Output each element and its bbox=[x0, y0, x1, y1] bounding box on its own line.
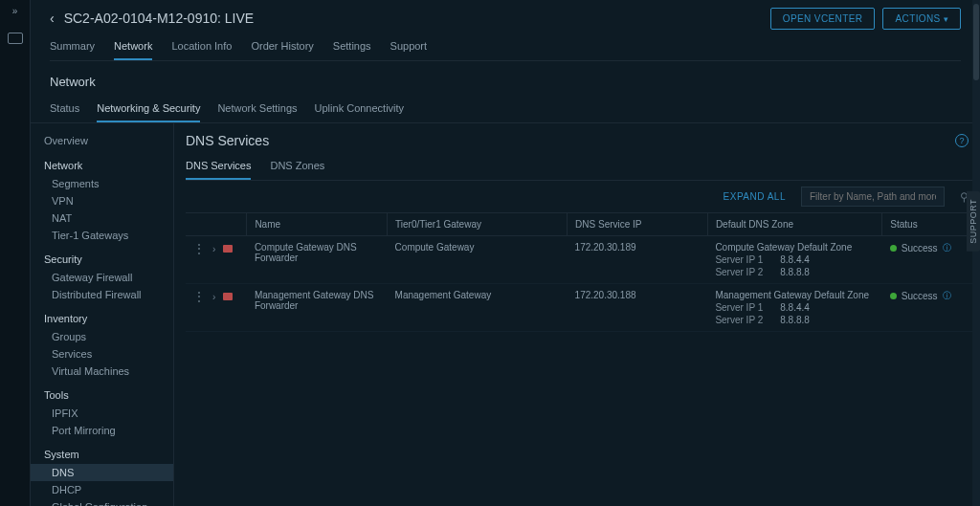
col-controls bbox=[186, 213, 247, 236]
sidebar-heading-network: Network bbox=[31, 156, 173, 175]
tab-order-history[interactable]: Order History bbox=[251, 34, 313, 60]
status-badge: Success ⓘ bbox=[890, 242, 970, 254]
inner-tabs: DNS Services DNS Zones bbox=[186, 154, 978, 181]
status-text: Success bbox=[902, 243, 938, 253]
zone-name: Compute Gateway Default Zone bbox=[715, 242, 874, 253]
filter-input[interactable] bbox=[801, 187, 945, 207]
page-title: SC2-A02-0104-M12-0910: LIVE bbox=[64, 11, 254, 26]
row-expand-icon[interactable]: › bbox=[212, 292, 215, 302]
sidebar-heading-inventory: Inventory bbox=[31, 309, 173, 328]
col-default-zone[interactable]: Default DNS Zone bbox=[707, 213, 881, 236]
server-ip-1-value: 8.8.4.4 bbox=[780, 302, 810, 313]
row-menu-icon[interactable]: ⋮ bbox=[193, 290, 205, 303]
cell-zone: Compute Gateway Default Zone Server IP 1… bbox=[707, 236, 881, 284]
col-gateway[interactable]: Tier0/Tier1 Gateway bbox=[388, 213, 568, 236]
sidebar-overview[interactable]: Overview bbox=[31, 131, 173, 150]
sub-tabs: Status Networking & Security Network Set… bbox=[50, 97, 961, 122]
sidebar-heading-system: System bbox=[31, 445, 173, 464]
sidebar-item-services[interactable]: Services bbox=[31, 345, 173, 363]
tab-summary[interactable]: Summary bbox=[50, 34, 95, 60]
cell-name: Compute Gateway DNS Forwarder bbox=[247, 236, 388, 284]
subtab-status[interactable]: Status bbox=[50, 97, 79, 122]
sidebar-item-segments[interactable]: Segments bbox=[31, 175, 173, 192]
innertab-dns-services[interactable]: DNS Services bbox=[186, 154, 251, 180]
col-name[interactable]: Name bbox=[247, 213, 388, 236]
sidebar-item-port-mirroring[interactable]: Port Mirroring bbox=[31, 422, 173, 439]
help-icon[interactable]: ? bbox=[955, 134, 969, 147]
col-status[interactable]: Status bbox=[882, 213, 978, 236]
expand-all-link[interactable]: EXPAND ALL bbox=[724, 191, 786, 202]
scrollbar-thumb[interactable] bbox=[973, 4, 979, 80]
innertab-dns-zones[interactable]: DNS Zones bbox=[270, 154, 324, 180]
support-tab[interactable]: SUPPORT bbox=[967, 191, 980, 252]
sidebar-item-gateway-firewall[interactable]: Gateway Firewall bbox=[31, 269, 173, 286]
cell-name: Management Gateway DNS Forwarder bbox=[247, 284, 388, 332]
sidebar-heading-tools: Tools bbox=[31, 385, 173, 405]
expand-nav-icon[interactable]: » bbox=[12, 6, 18, 23]
table-row: ⋮ › Management Gateway DNS Forwarder Man… bbox=[186, 284, 978, 332]
server-ip-2-value: 8.8.8.8 bbox=[780, 315, 810, 325]
cell-gateway: Management Gateway bbox=[388, 284, 568, 332]
sidebar-item-dhcp[interactable]: DHCP bbox=[31, 481, 173, 498]
sidebar-item-global-configuration[interactable]: Global Configuration bbox=[31, 498, 173, 506]
sidebar-item-virtual-machines[interactable]: Virtual Machines bbox=[31, 363, 173, 380]
cell-zone: Management Gateway Default Zone Server I… bbox=[707, 284, 881, 332]
server-ip-1-label: Server IP 1 bbox=[715, 302, 763, 313]
dns-services-table: Name Tier0/Tier1 Gateway DNS Service IP … bbox=[186, 212, 978, 332]
sidebar-item-nat[interactable]: NAT bbox=[31, 209, 173, 227]
cell-service-ip: 172.20.30.189 bbox=[568, 236, 708, 284]
status-info-icon[interactable]: ⓘ bbox=[943, 290, 951, 302]
server-ip-1-label: Server IP 1 bbox=[715, 254, 763, 265]
cell-gateway: Compute Gateway bbox=[388, 236, 568, 284]
actions-button[interactable]: ACTIONS bbox=[882, 8, 961, 30]
sidebar-item-ipfix[interactable]: IPFIX bbox=[31, 405, 173, 422]
subtab-uplink-connectivity[interactable]: Uplink Connectivity bbox=[315, 97, 405, 122]
status-badge: Success ⓘ bbox=[890, 290, 970, 302]
cell-service-ip: 172.20.30.188 bbox=[568, 284, 708, 332]
top-tabs: Summary Network Location Info Order Hist… bbox=[50, 34, 961, 61]
tab-location-info[interactable]: Location Info bbox=[171, 34, 232, 60]
server-ip-1-value: 8.8.4.4 bbox=[780, 254, 810, 265]
row-type-icon bbox=[223, 293, 233, 300]
sidebar-item-dns[interactable]: DNS bbox=[31, 464, 173, 481]
sidebar-item-vpn[interactable]: VPN bbox=[31, 192, 173, 209]
sidebar: Overview Network Segments VPN NAT Tier-1… bbox=[31, 123, 174, 506]
sidebar-item-tier1-gateways[interactable]: Tier-1 Gateways bbox=[31, 227, 173, 244]
nav-app-icon[interactable] bbox=[8, 33, 23, 44]
row-type-icon bbox=[223, 245, 233, 253]
row-menu-icon[interactable]: ⋮ bbox=[193, 242, 205, 255]
subtab-network-settings[interactable]: Network Settings bbox=[217, 97, 297, 122]
sidebar-heading-security: Security bbox=[31, 250, 173, 269]
tab-support[interactable]: Support bbox=[390, 34, 428, 60]
row-expand-icon[interactable]: › bbox=[212, 244, 215, 254]
server-ip-2-value: 8.8.8.8 bbox=[780, 267, 810, 277]
sidebar-item-groups[interactable]: Groups bbox=[31, 328, 173, 345]
scrollbar[interactable] bbox=[972, 0, 980, 506]
content-title: DNS Services bbox=[186, 133, 269, 148]
tab-settings[interactable]: Settings bbox=[333, 34, 371, 60]
sidebar-item-distributed-firewall[interactable]: Distributed Firewall bbox=[31, 286, 173, 303]
leftmost-nav-bar: » bbox=[0, 0, 31, 506]
open-vcenter-button[interactable]: OPEN VCENTER bbox=[770, 8, 876, 30]
table-row: ⋮ › Compute Gateway DNS Forwarder Comput… bbox=[186, 236, 978, 284]
status-info-icon[interactable]: ⓘ bbox=[943, 242, 951, 254]
server-ip-2-label: Server IP 2 bbox=[715, 315, 763, 325]
tab-network[interactable]: Network bbox=[114, 34, 152, 60]
back-chevron-icon[interactable]: ‹ bbox=[50, 11, 55, 26]
status-text: Success bbox=[902, 291, 938, 301]
status-dot-icon bbox=[890, 293, 897, 299]
section-title: Network bbox=[50, 75, 961, 89]
col-service-ip[interactable]: DNS Service IP bbox=[568, 213, 708, 236]
subtab-networking-security[interactable]: Networking & Security bbox=[97, 97, 200, 122]
status-dot-icon bbox=[890, 245, 897, 252]
zone-name: Management Gateway Default Zone bbox=[715, 290, 874, 300]
server-ip-2-label: Server IP 2 bbox=[715, 267, 763, 277]
